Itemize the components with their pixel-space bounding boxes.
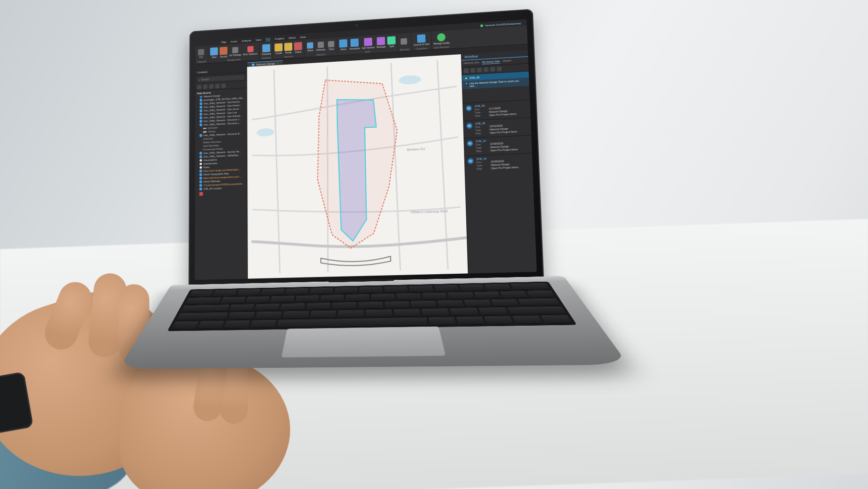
layer-checkbox[interactable] bbox=[200, 106, 203, 109]
wf-tool-4[interactable] bbox=[484, 67, 488, 72]
layer-checkbox[interactable] bbox=[199, 188, 202, 190]
reshape-button[interactable]: Reshape bbox=[376, 36, 386, 49]
search-placeholder: Search bbox=[202, 78, 209, 81]
layer-checkbox[interactable] bbox=[200, 120, 203, 123]
status-dot-icon bbox=[480, 24, 483, 27]
wf-tool-2[interactable] bbox=[470, 68, 475, 73]
ground-to-grid-button[interactable]: Ground To Grid bbox=[413, 33, 429, 47]
layer-checkbox[interactable] bbox=[200, 117, 203, 119]
toc-view-2[interactable] bbox=[203, 85, 207, 89]
layer-checkbox[interactable] bbox=[199, 181, 202, 183]
wf-tool-6[interactable] bbox=[497, 66, 502, 71]
ribbon-group-features: Create Modify Delete Features bbox=[273, 40, 305, 59]
job-due-key: Due: bbox=[476, 161, 489, 164]
elevation-mode-button[interactable] bbox=[400, 35, 408, 48]
cut-button[interactable]: Cut bbox=[197, 47, 205, 60]
close-icon[interactable]: × bbox=[277, 62, 278, 65]
layer-checkbox[interactable] bbox=[200, 152, 203, 154]
wf-tab-my-group-jobs[interactable]: My Group Jobs bbox=[482, 60, 500, 65]
layer-checkbox[interactable] bbox=[200, 99, 203, 102]
menu-map[interactable]: Map bbox=[221, 41, 226, 44]
trackpad bbox=[281, 327, 446, 358]
job-due-key: Due: bbox=[476, 143, 488, 146]
layer-checkbox[interactable] bbox=[200, 159, 203, 162]
menu-imagery[interactable]: Imagery bbox=[275, 37, 284, 40]
job-card[interactable]: ND JOB_25 Due:10/31/2020 Type:Network De… bbox=[463, 117, 531, 138]
menu-analysis[interactable]: Analysis bbox=[242, 39, 252, 43]
laptop-base bbox=[118, 276, 629, 369]
job-card[interactable]: ND JOB_10 Due:10/30/2020 Type:Network De… bbox=[465, 153, 533, 174]
menu-edit[interactable]: Edit bbox=[266, 37, 270, 41]
menu-share[interactable]: Share bbox=[289, 36, 296, 39]
layer-checkbox[interactable] bbox=[200, 166, 203, 169]
legend-label: Unknown bbox=[203, 137, 213, 140]
ribbon-group-data-reviewer: Manage Quality Data Reviewer bbox=[431, 30, 452, 50]
layer-checkbox[interactable] bbox=[200, 113, 203, 116]
edit-vertices-button[interactable]: Edit Vertices bbox=[362, 37, 375, 50]
map-view[interactable]: Bellaire Rd Pittland Gateway Blvd bbox=[247, 54, 468, 279]
layer-checkbox[interactable] bbox=[199, 177, 202, 180]
menu-insert[interactable]: Insert bbox=[231, 40, 237, 43]
lightbulb-icon: ✦ bbox=[465, 82, 468, 85]
select-button[interactable]: Select bbox=[306, 41, 314, 53]
layer-checkbox[interactable] bbox=[200, 124, 203, 126]
menu-view[interactable]: View bbox=[256, 38, 261, 41]
clear-button[interactable]: Clear bbox=[327, 39, 336, 52]
wf-tab-shared[interactable]: Shared bbox=[503, 59, 511, 63]
wf-tool-1[interactable] bbox=[464, 68, 469, 73]
delete-button[interactable]: Delete bbox=[294, 41, 302, 54]
job-step-key: Step: bbox=[476, 149, 489, 153]
toc-view-3[interactable] bbox=[209, 84, 213, 89]
laptop: Map Insert Analysis View Edit Imagery Sh… bbox=[170, 8, 561, 440]
wf-tool-5[interactable] bbox=[490, 67, 495, 72]
ribbon-group-manage-edits: Save Discard No Topology Error Inspector… bbox=[209, 43, 260, 63]
webcam-icon bbox=[355, 24, 358, 27]
ribbon-group-snapping: Snapping Snapping bbox=[260, 42, 273, 60]
job-badge-icon: ND bbox=[466, 105, 472, 111]
layer-checkbox[interactable] bbox=[199, 170, 202, 173]
layer-checkbox[interactable] bbox=[200, 155, 203, 158]
wf-tab-network-jobs[interactable]: Network Jobs bbox=[463, 61, 479, 66]
layer-checkbox[interactable] bbox=[200, 102, 203, 105]
job-pin-icon: ◆ bbox=[465, 76, 467, 80]
layer-checkbox[interactable] bbox=[199, 173, 202, 176]
map-frame-icon: ▦ bbox=[200, 95, 203, 98]
job-badge-icon: ND bbox=[468, 158, 474, 164]
main-area: Contents ⌕ Search Data Source ▦ Network … bbox=[195, 50, 536, 280]
job-badge-icon: ND bbox=[467, 140, 473, 146]
snapping-button[interactable]: Snapping bbox=[261, 44, 271, 56]
svg-point-0 bbox=[398, 75, 421, 85]
menu-data[interactable]: Data bbox=[300, 36, 306, 38]
legend-swatch-icon bbox=[203, 127, 206, 129]
save-button[interactable]: Save bbox=[210, 47, 218, 59]
layer-checkbox[interactable] bbox=[200, 109, 203, 112]
layer-checkbox[interactable] bbox=[200, 162, 203, 165]
ribbon-group-elevation: Elevation bbox=[398, 33, 412, 51]
annotation-button[interactable]: Annotation bbox=[349, 38, 361, 51]
layer-checkbox[interactable] bbox=[199, 184, 202, 187]
ribbon-group-clipboard: Cut Clipboard bbox=[195, 46, 209, 64]
workflow-pane: Workflow Network Jobs My Group Jobs Shar… bbox=[461, 50, 537, 273]
no-topology-button[interactable]: No Topology bbox=[229, 45, 241, 58]
ribbon-label-snapping: Snapping bbox=[261, 56, 271, 60]
layer-label: Rules bbox=[203, 166, 210, 168]
move-button[interactable]: Move bbox=[340, 38, 348, 51]
legend-label: Casing bbox=[208, 130, 215, 133]
toc-view-5[interactable] bbox=[221, 83, 225, 88]
app-screen: Map Insert Analysis View Edit Imagery Sh… bbox=[195, 19, 536, 280]
active-job-id: JOB_40 bbox=[469, 76, 479, 79]
split-button[interactable]: Split bbox=[387, 36, 396, 49]
job-step-key: Step: bbox=[475, 114, 487, 117]
ribbon-group-selection: Select Attributes Clear Selection bbox=[304, 37, 338, 57]
discard-button[interactable]: Discard bbox=[220, 46, 228, 58]
job-card[interactable]: ND JOB_14 Due:10/30/2020 Type:Network De… bbox=[464, 135, 532, 156]
toc-view-4[interactable] bbox=[215, 84, 219, 88]
error-inspector-button[interactable]: Error Inspector bbox=[243, 44, 258, 57]
attributes-button[interactable]: Attributes bbox=[316, 40, 326, 53]
create-button[interactable]: Create bbox=[275, 43, 282, 55]
toc-view-1[interactable] bbox=[197, 85, 201, 89]
modify-button[interactable]: Modify bbox=[284, 42, 292, 55]
layer-checkbox[interactable] bbox=[200, 134, 203, 137]
manage-quality-button[interactable]: Manage Quality bbox=[433, 32, 450, 46]
wf-tool-3[interactable] bbox=[477, 68, 482, 73]
